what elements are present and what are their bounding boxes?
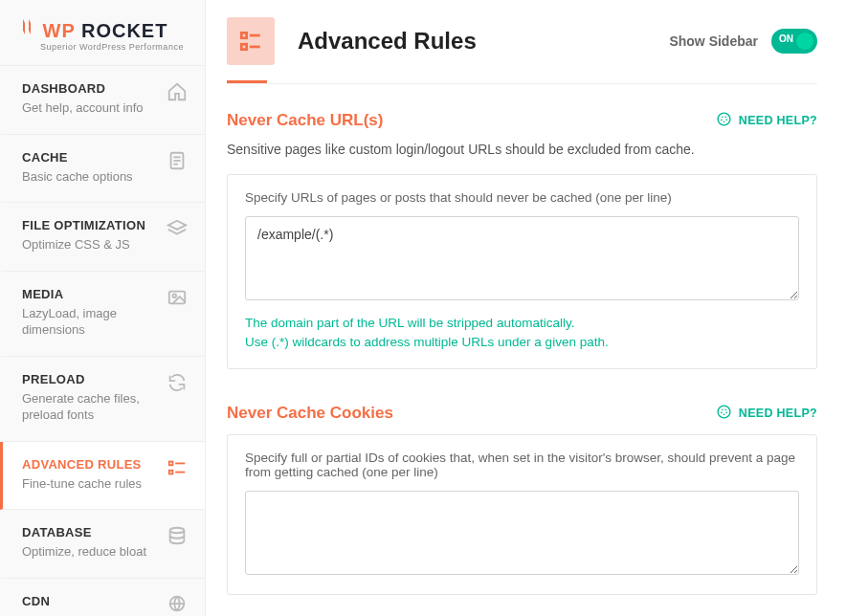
layers-icon xyxy=(167,218,188,239)
toggle-on-text: ON xyxy=(779,33,793,44)
section-description: Sensitive pages like custom login/logout… xyxy=(227,142,817,157)
svg-point-17 xyxy=(718,113,730,125)
sidebar-item-database[interactable]: DATABASE Optimize, reduce bloat xyxy=(0,510,205,579)
help-icon xyxy=(716,111,732,130)
globe-icon xyxy=(167,594,188,615)
nav-sub: Optimize, reduce bloat xyxy=(22,543,146,561)
brand-name: WP ROCKET xyxy=(19,17,186,42)
image-icon xyxy=(167,287,188,308)
nav-sub: Generate cache files, preload fonts xyxy=(22,390,167,424)
nav-sub: Fine-tune cache rules xyxy=(22,475,142,493)
section-title: Never Cache Cookies xyxy=(227,404,393,423)
nav-title: ADVANCED RULES xyxy=(22,457,142,472)
field-hint: The domain part of the URL will be strip… xyxy=(245,314,799,353)
need-help-button[interactable]: NEED HELP? xyxy=(716,404,817,423)
nav-title: CDN xyxy=(22,594,129,608)
svg-point-19 xyxy=(718,406,730,418)
need-help-button[interactable]: NEED HELP? xyxy=(716,111,817,130)
header-divider xyxy=(227,83,817,84)
hint-line-2: Use (.*) wildcards to address multiple U… xyxy=(245,333,799,352)
brand-wp: WP xyxy=(43,20,76,41)
svg-rect-9 xyxy=(169,471,173,474)
page-header: Advanced Rules Show Sidebar ON xyxy=(227,17,817,65)
svg-rect-5 xyxy=(169,291,186,303)
home-icon xyxy=(167,81,188,102)
nav-title: PRELOAD xyxy=(22,372,167,386)
sidebar-item-file-optimization[interactable]: FILE OPTIMIZATION Optimize CSS & JS xyxy=(0,203,205,272)
sidebar-item-cache[interactable]: CACHE Basic cache options xyxy=(0,135,205,204)
header-left: Advanced Rules xyxy=(227,17,477,65)
toggle-knob xyxy=(796,33,813,50)
svg-rect-13 xyxy=(241,33,246,37)
list-icon xyxy=(167,457,188,478)
rocket-logo-icon xyxy=(19,17,34,41)
show-sidebar-label: Show Sidebar xyxy=(669,33,758,49)
sidebar-item-media[interactable]: MEDIA LazyLoad, image dimensions xyxy=(0,272,205,357)
nav-sub: Basic cache options xyxy=(22,168,133,186)
file-icon xyxy=(167,150,188,171)
svg-point-18 xyxy=(721,117,726,122)
nav-title: MEDIA xyxy=(22,287,167,301)
help-label: NEED HELP? xyxy=(739,114,817,127)
nav-title: DATABASE xyxy=(22,525,146,539)
show-sidebar-toggle[interactable]: ON xyxy=(771,29,817,54)
help-label: NEED HELP? xyxy=(739,407,817,420)
header-right: Show Sidebar ON xyxy=(669,29,817,54)
nav-sub: Get help, account info xyxy=(22,99,143,117)
svg-point-6 xyxy=(172,294,176,297)
sidebar-item-preload[interactable]: PRELOAD Generate cache files, preload fo… xyxy=(0,357,205,442)
nav: DASHBOARD Get help, account info CACHE B… xyxy=(0,66,205,616)
section-title: Never Cache URL(s) xyxy=(227,111,383,130)
svg-point-11 xyxy=(170,528,185,534)
field-label: Specify full or partial IDs of cookies t… xyxy=(245,451,799,479)
refresh-icon xyxy=(167,372,188,393)
sidebar-item-dashboard[interactable]: DASHBOARD Get help, account info xyxy=(0,66,205,135)
section-head: Never Cache Cookies NEED HELP? xyxy=(227,404,817,423)
brand-tagline: Superior WordPress Performance xyxy=(40,42,186,52)
nav-title: FILE OPTIMIZATION xyxy=(22,218,145,232)
svg-marker-4 xyxy=(168,221,186,230)
svg-rect-15 xyxy=(241,44,246,49)
nav-title: DASHBOARD xyxy=(22,81,143,96)
main: Advanced Rules Show Sidebar ON Never Cac… xyxy=(206,0,846,616)
header-list-icon xyxy=(227,17,275,65)
nav-sub: Integrate your CDN xyxy=(22,612,129,616)
section-head: Never Cache URL(s) NEED HELP? xyxy=(227,111,817,130)
svg-point-20 xyxy=(721,408,726,414)
brand-block: WP ROCKET Superior WordPress Performance xyxy=(0,0,205,66)
section-spacer xyxy=(227,369,817,404)
help-icon xyxy=(716,404,732,423)
section-never-cache-urls: Never Cache URL(s) NEED HELP? Sensitive … xyxy=(227,111,817,369)
brand-rocket: ROCKET xyxy=(81,20,167,41)
panel-never-cache-cookies: Specify full or partial IDs of cookies t… xyxy=(227,434,817,595)
sidebar: WP ROCKET Superior WordPress Performance… xyxy=(0,0,206,616)
field-label: Specify URLs of pages or posts that shou… xyxy=(245,190,799,205)
nav-sub: LazyLoad, image dimensions xyxy=(22,305,167,339)
sidebar-item-advanced-rules[interactable]: ADVANCED RULES Fine-tune cache rules xyxy=(0,442,205,511)
panel-never-cache-urls: Specify URLs of pages or posts that shou… xyxy=(227,174,817,369)
nav-title: CACHE xyxy=(22,150,133,165)
svg-rect-7 xyxy=(169,461,173,465)
hint-line-1: The domain part of the URL will be strip… xyxy=(245,314,799,333)
never-cache-cookies-textarea[interactable] xyxy=(245,491,799,575)
section-never-cache-cookies: Never Cache Cookies NEED HELP? Specify f… xyxy=(227,404,817,595)
nav-sub: Optimize CSS & JS xyxy=(22,236,145,253)
page-title: Advanced Rules xyxy=(298,28,477,55)
sidebar-item-cdn[interactable]: CDN Integrate your CDN xyxy=(0,579,205,616)
never-cache-urls-textarea[interactable] xyxy=(245,216,799,300)
database-icon xyxy=(167,525,188,546)
